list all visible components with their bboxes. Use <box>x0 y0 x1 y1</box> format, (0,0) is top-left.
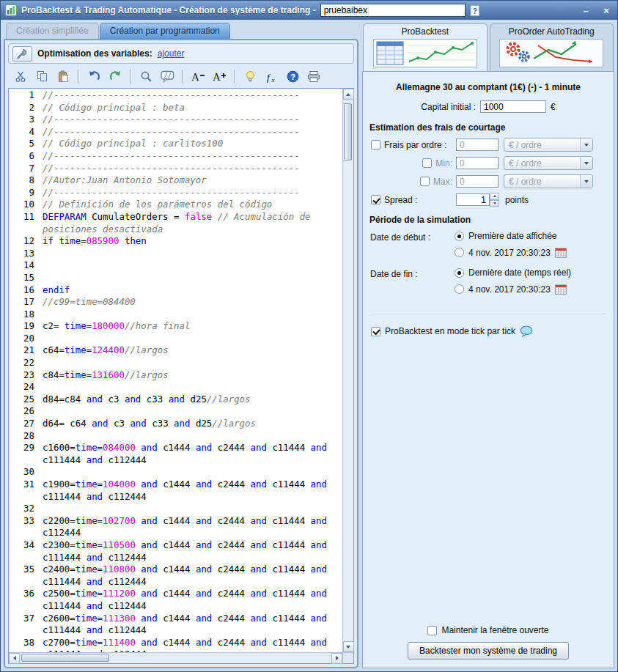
code-text[interactable]: endif <box>43 284 331 297</box>
code-text[interactable] <box>43 357 331 369</box>
code-text[interactable]: //--------------------------------------… <box>43 114 331 126</box>
code-text[interactable]: // Código principal : carlitos100 <box>43 138 331 150</box>
dropdown-arrow-icon[interactable] <box>580 175 592 188</box>
close-button[interactable]: × <box>600 5 613 16</box>
code-text[interactable]: c2300=time=110500 and c1444 and c2444 an… <box>43 539 331 564</box>
redo-button[interactable] <box>107 68 123 84</box>
paste-button[interactable] <box>55 68 71 84</box>
code-text[interactable]: c1600=time=084000 and c1444 and c2444 an… <box>43 442 331 466</box>
code-text[interactable]: c2= time=180000//hora final <box>43 320 331 333</box>
dropdown-arrow-icon[interactable] <box>580 139 592 151</box>
spread-input[interactable] <box>456 193 490 206</box>
code-lines[interactable]: 1//-------------------------------------… <box>9 89 342 652</box>
code-text[interactable]: c2400=time=110800 and c1444 and c2444 an… <box>43 564 331 588</box>
code-text[interactable]: if time=085900 then <box>43 235 331 248</box>
line-number: 33 <box>9 515 43 539</box>
dropdown-arrow-icon[interactable] <box>580 157 592 169</box>
system-name-input[interactable] <box>320 4 466 17</box>
code-text[interactable]: //--------------------------------------… <box>43 126 331 139</box>
tick-mode-checkbox[interactable] <box>371 327 380 336</box>
fees-per-order-checkbox[interactable] <box>371 140 380 149</box>
code-text[interactable] <box>43 259 331 272</box>
editor-horizontal-scrollbar[interactable] <box>9 652 342 663</box>
code-editor[interactable]: 1//-------------------------------------… <box>8 88 354 664</box>
fees-max-checkbox[interactable] <box>420 177 430 186</box>
title-help-icon[interactable]: ? <box>470 4 480 17</box>
increase-font-button[interactable]: A <box>211 68 227 84</box>
end-last-date-radio[interactable] <box>455 268 464 278</box>
capital-input[interactable] <box>480 100 546 113</box>
scroll-down-button[interactable] <box>343 641 354 652</box>
start-custom-date-radio[interactable] <box>455 248 464 257</box>
code-text[interactable] <box>43 503 331 515</box>
code-text[interactable]: c2500=time=111200 and c1444 and c2444 an… <box>43 588 331 612</box>
code-text[interactable]: c2700=time=111400 and c1444 and c2444 an… <box>43 637 331 652</box>
fees-per-order-input[interactable] <box>456 139 499 151</box>
decrease-font-button[interactable]: A <box>190 68 206 84</box>
fees-min-input[interactable] <box>456 157 499 169</box>
code-text[interactable]: // Código principal : beta <box>43 102 331 114</box>
code-text[interactable]: //--------------------------------------… <box>43 150 331 163</box>
tab-proorder-autotrading[interactable]: ProOrder AutoTrading <box>490 23 614 71</box>
code-text[interactable]: //--------------------------------------… <box>43 187 331 199</box>
keep-window-open-checkbox[interactable] <box>427 626 437 635</box>
help-button[interactable]: ? <box>284 68 301 84</box>
spinner-up-button[interactable] <box>490 193 499 200</box>
code-text[interactable]: c2200=time=102700 and c1444 and c2444 an… <box>43 515 331 539</box>
hint-button[interactable] <box>242 68 258 84</box>
horizontal-scroll-thumb[interactable] <box>21 654 109 662</box>
undo-button[interactable] <box>86 68 102 84</box>
function-button[interactable]: fx <box>263 68 279 84</box>
code-text[interactable]: d84=c84 and c3 and c33 and d25//largos <box>43 394 331 406</box>
tab-creation-programmation[interactable]: Création par programmation <box>100 23 230 39</box>
add-variable-link[interactable]: ajouter <box>158 48 185 59</box>
code-text[interactable]: c84=time=131600//largos <box>43 369 331 382</box>
code-text[interactable] <box>43 248 331 260</box>
spinner-down-button[interactable] <box>490 200 499 207</box>
fees-per-order-unit-select[interactable]: € / ordre <box>504 138 593 152</box>
code-text[interactable] <box>43 466 331 479</box>
tab-probacktest[interactable]: ProBacktest <box>363 23 488 71</box>
calendar-button[interactable] <box>555 247 567 258</box>
code-text[interactable] <box>43 430 331 443</box>
code-text[interactable] <box>43 272 331 284</box>
end-custom-date-radio[interactable] <box>455 284 464 294</box>
code-text[interactable]: d64= c64 and c3 and c33 and d25//largos <box>43 418 331 430</box>
scroll-up-button[interactable] <box>343 89 354 100</box>
editor-vertical-scrollbar[interactable] <box>342 89 353 652</box>
code-text[interactable] <box>43 381 331 394</box>
backtest-button[interactable]: Backtester mon système de trading <box>408 642 569 660</box>
code-text[interactable]: //--------------------------------------… <box>43 163 331 175</box>
code-text[interactable]: //c99=time=084400 <box>43 296 331 309</box>
scroll-right-button[interactable] <box>331 653 342 664</box>
comment-button[interactable]: // <box>159 68 175 84</box>
fees-min-checkbox[interactable] <box>422 158 432 168</box>
spread-checkbox[interactable] <box>371 195 380 204</box>
scroll-left-button[interactable] <box>9 653 20 664</box>
fees-min-unit-select[interactable]: € / ordre <box>504 156 593 170</box>
start-first-date-radio[interactable] <box>455 232 464 241</box>
code-text[interactable]: c2600=time=111300 and c1444 and c2444 an… <box>43 613 331 637</box>
code-text[interactable] <box>43 405 331 418</box>
calendar-button[interactable] <box>555 284 567 295</box>
fees-max-unit-select[interactable]: € / ordre <box>504 174 593 188</box>
vertical-scroll-track[interactable] <box>343 100 353 641</box>
print-button[interactable] <box>306 68 322 84</box>
tab-creation-simplifiee[interactable]: Création simplifiée <box>6 23 99 39</box>
code-text[interactable] <box>43 333 331 345</box>
code-text[interactable]: //--------------------------------------… <box>43 89 331 102</box>
search-button[interactable] <box>138 68 154 84</box>
code-text[interactable]: //Autor:Juan Antonio Sotomayor <box>43 174 331 187</box>
vertical-scroll-thumb[interactable] <box>344 103 352 160</box>
horizontal-scroll-track[interactable] <box>20 653 331 663</box>
cut-button[interactable] <box>12 68 29 84</box>
code-text[interactable]: // Definición de los parámetros del códi… <box>43 199 331 211</box>
optimisation-button[interactable] <box>12 46 32 62</box>
minimize-button[interactable]: – <box>579 5 592 16</box>
code-text[interactable]: DEFPARAM CumulateOrders = false // Acumu… <box>43 211 331 235</box>
copy-button[interactable] <box>34 68 50 84</box>
fees-max-input[interactable] <box>456 175 499 188</box>
code-text[interactable]: c64=time=124400//largos <box>43 344 331 357</box>
code-text[interactable]: c1900=time=104000 and c1444 and c2444 an… <box>43 479 331 503</box>
code-text[interactable] <box>43 309 331 321</box>
